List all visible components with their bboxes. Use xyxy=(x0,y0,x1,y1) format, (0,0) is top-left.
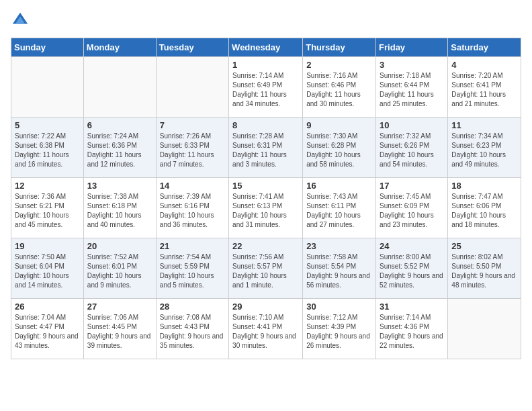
day-number: 15 xyxy=(232,181,299,191)
calendar-week-5: 26Sunrise: 7:04 AMSunset: 4:47 PMDayligh… xyxy=(11,299,521,359)
calendar-day: 7Sunrise: 7:26 AMSunset: 6:33 PMDaylight… xyxy=(156,118,228,178)
calendar-day: 14Sunrise: 7:39 AMSunset: 6:16 PMDayligh… xyxy=(156,178,228,238)
weekday-header-wednesday: Wednesday xyxy=(229,38,303,57)
day-info: Sunrise: 7:22 AMSunset: 6:38 PMDaylight:… xyxy=(15,132,80,169)
day-info: Sunrise: 7:54 AMSunset: 5:59 PMDaylight:… xyxy=(160,253,225,290)
calendar-day: 27Sunrise: 7:06 AMSunset: 4:45 PMDayligh… xyxy=(83,299,156,359)
day-number: 23 xyxy=(306,241,372,251)
day-number: 18 xyxy=(451,181,517,191)
day-info: Sunrise: 7:26 AMSunset: 6:33 PMDaylight:… xyxy=(160,132,225,169)
page-header xyxy=(11,11,521,30)
day-number: 3 xyxy=(380,60,444,70)
day-number: 14 xyxy=(160,181,225,191)
calendar-day: 5Sunrise: 7:22 AMSunset: 6:38 PMDaylight… xyxy=(11,118,84,178)
day-info: Sunrise: 7:36 AMSunset: 6:21 PMDaylight:… xyxy=(15,192,80,230)
day-number: 10 xyxy=(380,120,444,130)
calendar-day: 31Sunrise: 7:14 AMSunset: 4:36 PMDayligh… xyxy=(376,299,448,359)
day-info: Sunrise: 7:28 AMSunset: 6:31 PMDaylight:… xyxy=(232,132,299,169)
day-info: Sunrise: 7:14 AMSunset: 4:36 PMDaylight:… xyxy=(380,313,444,351)
calendar-day xyxy=(11,57,84,118)
weekday-header-row: SundayMondayTuesdayWednesdayThursdayFrid… xyxy=(11,38,521,57)
day-number: 22 xyxy=(232,241,299,251)
weekday-header-tuesday: Tuesday xyxy=(156,38,228,57)
day-info: Sunrise: 7:58 AMSunset: 5:54 PMDaylight:… xyxy=(306,253,372,290)
calendar-day: 19Sunrise: 7:50 AMSunset: 6:04 PMDayligh… xyxy=(11,238,84,299)
day-number: 8 xyxy=(232,120,299,130)
calendar-day: 24Sunrise: 8:00 AMSunset: 5:52 PMDayligh… xyxy=(376,238,448,299)
calendar-week-4: 19Sunrise: 7:50 AMSunset: 6:04 PMDayligh… xyxy=(11,238,521,299)
day-info: Sunrise: 7:52 AMSunset: 6:01 PMDaylight:… xyxy=(87,253,152,290)
day-info: Sunrise: 7:18 AMSunset: 6:44 PMDaylight:… xyxy=(380,71,444,109)
calendar-day: 26Sunrise: 7:04 AMSunset: 4:47 PMDayligh… xyxy=(11,299,84,359)
day-number: 2 xyxy=(306,60,372,70)
weekday-header-friday: Friday xyxy=(376,38,448,57)
day-number: 16 xyxy=(306,181,372,191)
calendar-day: 18Sunrise: 7:47 AMSunset: 6:06 PMDayligh… xyxy=(448,178,521,238)
day-info: Sunrise: 7:41 AMSunset: 6:13 PMDaylight:… xyxy=(232,192,299,230)
calendar-day: 9Sunrise: 7:30 AMSunset: 6:28 PMDaylight… xyxy=(303,118,376,178)
day-info: Sunrise: 7:34 AMSunset: 6:23 PMDaylight:… xyxy=(451,132,517,169)
day-info: Sunrise: 7:32 AMSunset: 6:26 PMDaylight:… xyxy=(380,132,444,169)
calendar-day: 21Sunrise: 7:54 AMSunset: 5:59 PMDayligh… xyxy=(156,238,228,299)
day-info: Sunrise: 7:39 AMSunset: 6:16 PMDaylight:… xyxy=(160,192,225,230)
day-info: Sunrise: 7:20 AMSunset: 6:41 PMDaylight:… xyxy=(451,71,517,109)
day-number: 19 xyxy=(15,241,80,251)
day-info: Sunrise: 7:38 AMSunset: 6:18 PMDaylight:… xyxy=(87,192,152,230)
calendar-day: 20Sunrise: 7:52 AMSunset: 6:01 PMDayligh… xyxy=(83,238,156,299)
calendar-day: 17Sunrise: 7:45 AMSunset: 6:09 PMDayligh… xyxy=(376,178,448,238)
calendar-day xyxy=(448,299,521,359)
calendar-day: 4Sunrise: 7:20 AMSunset: 6:41 PMDaylight… xyxy=(448,57,521,118)
weekday-header-monday: Monday xyxy=(83,38,156,57)
day-info: Sunrise: 7:56 AMSunset: 5:57 PMDaylight:… xyxy=(232,253,299,290)
calendar-table: SundayMondayTuesdayWednesdayThursdayFrid… xyxy=(11,38,521,359)
day-number: 12 xyxy=(15,181,80,191)
calendar-day: 30Sunrise: 7:12 AMSunset: 4:39 PMDayligh… xyxy=(303,299,376,359)
day-info: Sunrise: 7:43 AMSunset: 6:11 PMDaylight:… xyxy=(306,192,372,230)
day-number: 11 xyxy=(451,120,517,130)
day-info: Sunrise: 8:02 AMSunset: 5:50 PMDaylight:… xyxy=(451,253,517,290)
day-number: 30 xyxy=(306,302,372,312)
day-number: 27 xyxy=(87,302,152,312)
day-number: 20 xyxy=(87,241,152,251)
day-number: 24 xyxy=(380,241,444,251)
calendar-week-2: 5Sunrise: 7:22 AMSunset: 6:38 PMDaylight… xyxy=(11,118,521,178)
day-info: Sunrise: 7:12 AMSunset: 4:39 PMDaylight:… xyxy=(306,313,372,351)
day-number: 25 xyxy=(451,241,517,251)
day-number: 7 xyxy=(160,120,225,130)
day-number: 5 xyxy=(15,120,80,130)
logo-icon xyxy=(11,11,30,30)
calendar-day xyxy=(83,57,156,118)
day-info: Sunrise: 7:16 AMSunset: 6:46 PMDaylight:… xyxy=(306,71,372,109)
calendar-day: 16Sunrise: 7:43 AMSunset: 6:11 PMDayligh… xyxy=(303,178,376,238)
day-info: Sunrise: 7:04 AMSunset: 4:47 PMDaylight:… xyxy=(15,313,80,351)
calendar-day: 10Sunrise: 7:32 AMSunset: 6:26 PMDayligh… xyxy=(376,118,448,178)
calendar-day: 8Sunrise: 7:28 AMSunset: 6:31 PMDaylight… xyxy=(229,118,303,178)
day-info: Sunrise: 7:08 AMSunset: 4:43 PMDaylight:… xyxy=(160,313,225,351)
day-info: Sunrise: 7:06 AMSunset: 4:45 PMDaylight:… xyxy=(87,313,152,351)
day-number: 29 xyxy=(232,302,299,312)
day-number: 13 xyxy=(87,181,152,191)
calendar-day: 28Sunrise: 7:08 AMSunset: 4:43 PMDayligh… xyxy=(156,299,228,359)
calendar-day xyxy=(156,57,228,118)
day-number: 1 xyxy=(232,60,299,70)
day-number: 4 xyxy=(451,60,517,70)
calendar-week-3: 12Sunrise: 7:36 AMSunset: 6:21 PMDayligh… xyxy=(11,178,521,238)
weekday-header-saturday: Saturday xyxy=(448,38,521,57)
day-info: Sunrise: 7:14 AMSunset: 6:49 PMDaylight:… xyxy=(232,71,299,109)
day-info: Sunrise: 7:47 AMSunset: 6:06 PMDaylight:… xyxy=(451,192,517,230)
day-info: Sunrise: 7:50 AMSunset: 6:04 PMDaylight:… xyxy=(15,253,80,290)
calendar-day: 11Sunrise: 7:34 AMSunset: 6:23 PMDayligh… xyxy=(448,118,521,178)
day-number: 6 xyxy=(87,120,152,130)
calendar-day: 1Sunrise: 7:14 AMSunset: 6:49 PMDaylight… xyxy=(229,57,303,118)
day-number: 17 xyxy=(380,181,444,191)
day-info: Sunrise: 7:10 AMSunset: 4:41 PMDaylight:… xyxy=(232,313,299,351)
calendar-day: 13Sunrise: 7:38 AMSunset: 6:18 PMDayligh… xyxy=(83,178,156,238)
calendar-day: 29Sunrise: 7:10 AMSunset: 4:41 PMDayligh… xyxy=(229,299,303,359)
day-number: 26 xyxy=(15,302,80,312)
day-number: 9 xyxy=(306,120,372,130)
day-number: 28 xyxy=(160,302,225,312)
weekday-header-sunday: Sunday xyxy=(11,38,84,57)
day-info: Sunrise: 7:24 AMSunset: 6:36 PMDaylight:… xyxy=(87,132,152,169)
day-number: 31 xyxy=(380,302,444,312)
calendar-day: 15Sunrise: 7:41 AMSunset: 6:13 PMDayligh… xyxy=(229,178,303,238)
